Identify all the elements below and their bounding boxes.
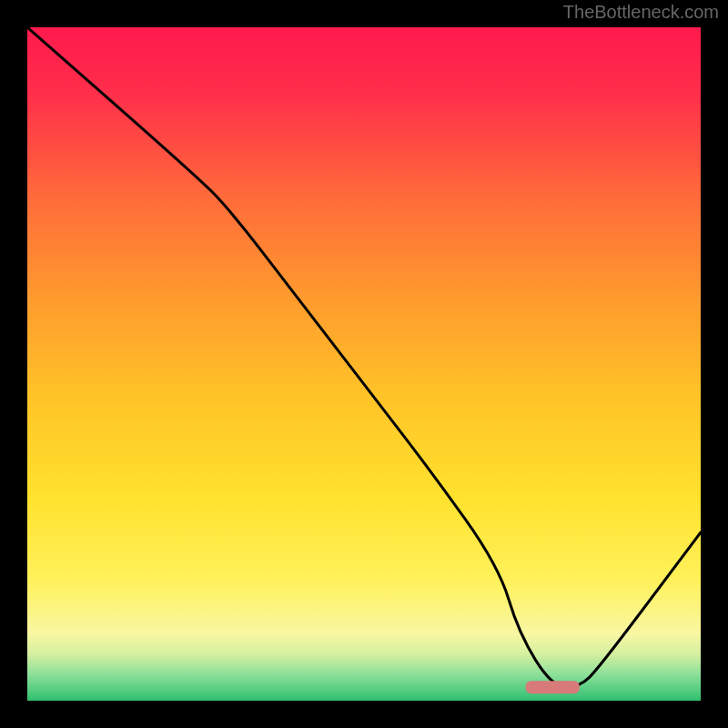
curve-layer [27,27,701,701]
chart-area [27,27,701,701]
bottleneck-curve [27,27,701,687]
optimal-range-marker [526,681,580,693]
watermark-text: TheBottleneck.com [563,2,719,23]
